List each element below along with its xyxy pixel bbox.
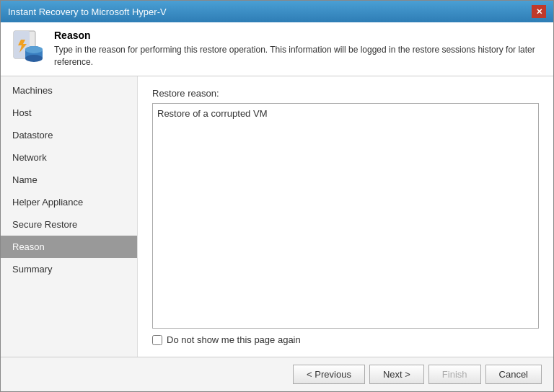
sidebar-item-helper-appliance[interactable]: Helper Appliance [1, 191, 137, 213]
title-bar: Instant Recovery to Microsoft Hyper-V ✕ [1, 1, 553, 22]
header-text: Reason Type in the reason for performing… [54, 30, 543, 68]
sidebar: Machines Host Datastore Network Name Hel… [1, 76, 138, 357]
header-title: Reason [54, 30, 543, 41]
sidebar-item-summary[interactable]: Summary [1, 258, 137, 280]
window-title: Instant Recovery to Microsoft Hyper-V [8, 6, 167, 17]
checkbox-row: Do not show me this page again [152, 334, 539, 345]
sidebar-item-name[interactable]: Name [1, 169, 137, 191]
content-area: Machines Host Datastore Network Name Hel… [1, 76, 553, 357]
sidebar-item-machines[interactable]: Machines [1, 79, 137, 102]
header-section: Reason Type in the reason for performing… [1, 22, 553, 76]
sidebar-item-reason[interactable]: Reason [1, 236, 137, 258]
restore-reason-label: Restore reason: [152, 88, 539, 99]
database-icon [11, 30, 45, 64]
sidebar-item-datastore[interactable]: Datastore [1, 124, 137, 146]
do-not-show-checkbox[interactable] [152, 335, 162, 345]
cancel-button[interactable]: Cancel [485, 365, 542, 384]
close-button[interactable]: ✕ [532, 5, 546, 18]
main-panel: Restore reason: Restore of a corrupted V… [138, 76, 553, 357]
svg-point-4 [25, 55, 43, 62]
svg-point-5 [25, 46, 43, 53]
sidebar-item-network[interactable]: Network [1, 146, 137, 169]
previous-button[interactable]: < Previous [293, 365, 365, 384]
header-description: Type in the reason for performing this r… [54, 44, 543, 68]
next-button[interactable]: Next > [369, 365, 424, 384]
sidebar-item-secure-restore[interactable]: Secure Restore [1, 213, 137, 236]
do-not-show-label: Do not show me this page again [167, 334, 301, 345]
restore-reason-textarea[interactable]: Restore of a corrupted VM [152, 103, 539, 329]
sidebar-item-host[interactable]: Host [1, 102, 137, 124]
finish-button[interactable]: Finish [428, 365, 481, 384]
footer: < Previous Next > Finish Cancel [1, 357, 553, 391]
main-window: Instant Recovery to Microsoft Hyper-V ✕ … [0, 0, 554, 392]
